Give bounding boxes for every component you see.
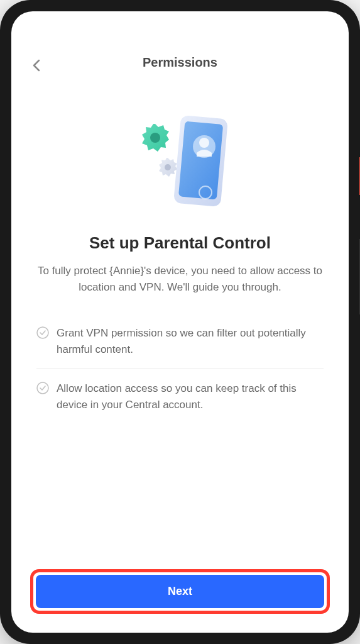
permission-item-location: Allow location access so you can keep tr… — [36, 369, 324, 424]
phone-frame: Permissions — [0, 0, 360, 644]
svg-point-5 — [150, 133, 160, 143]
permission-text: Allow location access so you can keep tr… — [57, 380, 324, 413]
header: Permissions — [11, 49, 349, 82]
footer: Next — [11, 557, 349, 633]
svg-point-3 — [199, 138, 209, 148]
content-area: Set up Parental Control To fully protect… — [11, 82, 349, 557]
description-text: To fully protect {Annie}'s device, you n… — [30, 263, 330, 295]
permission-text: Grant VPN permission so we can filter ou… — [57, 325, 324, 357]
next-button[interactable]: Next — [36, 575, 324, 608]
back-button[interactable] — [26, 55, 46, 75]
svg-point-8 — [37, 382, 48, 394]
main-title: Set up Parental Control — [89, 233, 271, 253]
permission-item-vpn: Grant VPN permission so we can filter ou… — [36, 314, 324, 369]
page-title: Permissions — [143, 55, 217, 70]
svg-point-7 — [37, 327, 48, 338]
permission-list: Grant VPN permission so we can filter ou… — [30, 314, 330, 424]
check-circle-icon — [36, 382, 49, 394]
illustration — [124, 108, 237, 214]
svg-point-6 — [165, 164, 171, 170]
highlight-annotation: Next — [30, 569, 330, 614]
chevron-left-icon — [33, 59, 40, 72]
check-circle-icon — [36, 326, 49, 339]
screen: Permissions — [11, 11, 349, 633]
